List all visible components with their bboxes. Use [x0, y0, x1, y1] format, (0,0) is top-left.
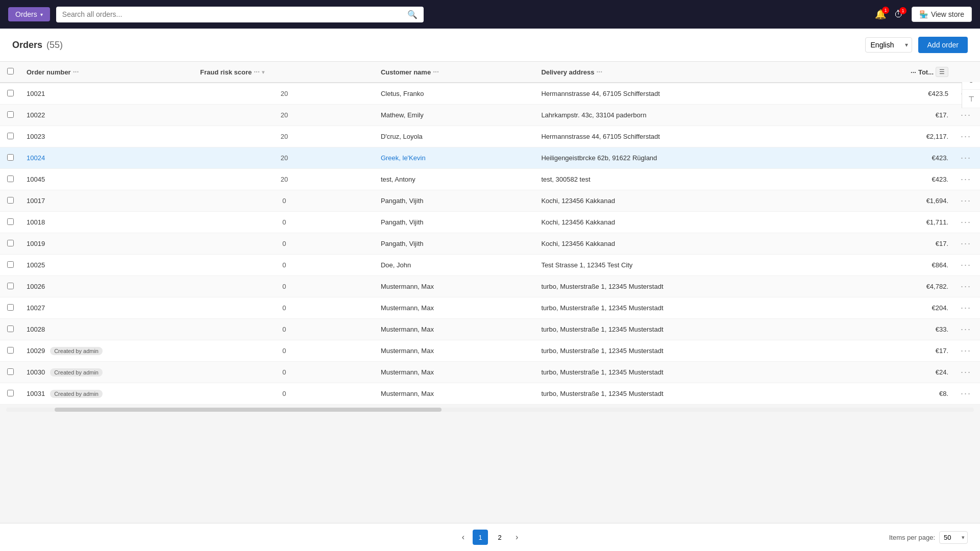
filter-icon: ⊤ [968, 95, 974, 103]
order-number-text: 10031 [27, 390, 45, 397]
row-actions-btn[interactable]: ··· [961, 217, 971, 228]
row-customer-name: Pangath, Vijith [375, 190, 535, 212]
row-order-number: 10024 [20, 147, 194, 169]
row-actions-cell: ··· [954, 190, 980, 212]
col-menu-btn[interactable]: ☰ [936, 67, 948, 77]
row-customer-name: Mustermann, Max [375, 319, 535, 340]
table-row: 100190Pangath, VijithKochi, 123456 Kakka… [0, 233, 980, 255]
row-actions-btn[interactable]: ··· [961, 110, 971, 120]
row-checkbox[interactable] [7, 197, 14, 204]
row-order-number: 10021 [20, 83, 194, 105]
row-checkbox[interactable] [7, 133, 14, 139]
col-fraud-sort-icon[interactable]: ▾ [262, 69, 264, 75]
page-1-btn[interactable]: 1 [473, 530, 488, 545]
row-actions-btn[interactable]: ··· [961, 303, 971, 313]
order-number-link[interactable]: 10024 [27, 154, 45, 162]
page-header: Orders (55) English Deutsch Add order [0, 29, 980, 62]
row-actions-btn[interactable]: ··· [961, 238, 971, 249]
row-checkbox[interactable] [7, 261, 14, 268]
page-2-btn[interactable]: 2 [492, 530, 507, 545]
row-actions-cell: ··· [954, 340, 980, 362]
prev-page-btn[interactable]: ‹ [458, 531, 469, 544]
search-input[interactable] [62, 10, 403, 18]
row-customer-name: Mustermann, Max [375, 340, 535, 362]
h-scroll-track [0, 405, 980, 416]
row-checkbox[interactable] [7, 283, 14, 289]
search-icon[interactable]: 🔍 [407, 10, 418, 19]
notifications-btn[interactable]: 🔔 1 [875, 9, 886, 20]
timer-btn[interactable]: ⏱ 1 [894, 9, 903, 20]
row-delivery-address: turbo, Musterstraße 1, 12345 Musterstadt [535, 276, 856, 297]
row-actions-btn[interactable]: ··· [961, 345, 971, 356]
row-checkbox[interactable] [7, 176, 14, 182]
chevron-down-icon: ▾ [40, 12, 43, 17]
row-checkbox-cell [0, 126, 20, 147]
row-checkbox[interactable] [7, 218, 14, 225]
row-actions-btn[interactable]: ··· [961, 324, 971, 335]
row-checkbox[interactable] [7, 325, 14, 332]
row-customer-name: Doe, John [375, 255, 535, 276]
col-order-options-icon[interactable]: ··· [73, 68, 79, 76]
table-row: 100280Mustermann, Maxturbo, Musterstraße… [0, 319, 980, 340]
row-actions-cell: ··· [954, 319, 980, 340]
row-order-number: 10026 [20, 276, 194, 297]
order-number-text: 10017 [27, 197, 45, 205]
row-actions-btn[interactable]: ··· [961, 174, 971, 185]
row-checkbox[interactable] [7, 90, 14, 96]
select-all-checkbox[interactable] [7, 68, 14, 74]
row-checkbox-cell [0, 233, 20, 255]
row-delivery-address: turbo, Musterstraße 1, 12345 Musterstadt [535, 362, 856, 383]
order-number-text: 10027 [27, 304, 45, 312]
row-checkbox-cell [0, 297, 20, 319]
row-actions-btn[interactable]: ··· [961, 153, 971, 163]
row-customer-name: test, Antony [375, 169, 535, 190]
row-fraud-risk: 20 [194, 169, 375, 190]
row-total: €204. [856, 297, 954, 319]
row-customer-name: Mustermann, Max [375, 362, 535, 383]
col-fraud-options-icon[interactable]: ··· [254, 68, 260, 76]
top-right-actions: 🔔 1 ⏱ 1 🏪 View store [875, 7, 972, 22]
row-checkbox[interactable] [7, 154, 14, 161]
row-checkbox[interactable] [7, 304, 14, 311]
row-checkbox[interactable] [7, 368, 14, 375]
row-checkbox[interactable] [7, 111, 14, 118]
add-order-btn[interactable]: Add order [918, 37, 968, 53]
row-checkbox[interactable] [7, 240, 14, 246]
row-checkbox-cell [0, 147, 20, 169]
col-header-checkbox [0, 62, 20, 83]
row-fraud-risk: 0 [194, 319, 375, 340]
timer-badge: 1 [899, 7, 906, 14]
order-number-text: 10018 [27, 218, 45, 226]
row-total: €864. [856, 255, 954, 276]
row-customer-name: Mustermann, Max [375, 297, 535, 319]
row-actions-btn[interactable]: ··· [961, 131, 971, 142]
row-actions-btn[interactable]: ··· [961, 367, 971, 378]
row-actions-btn[interactable]: ··· [961, 388, 971, 399]
language-select[interactable]: English Deutsch [865, 37, 912, 53]
per-page-wrapper: 10 25 50 100 [939, 531, 968, 544]
orders-table-scroll[interactable]: Order number ··· Fraud risk score ··· ▾ [0, 62, 980, 511]
customer-name-link[interactable]: Greek, le'Kevin [381, 154, 426, 162]
filter-icon-btn[interactable]: ⊤ [962, 90, 980, 108]
order-number-text: 10026 [27, 283, 45, 290]
row-checkbox[interactable] [7, 347, 14, 354]
row-actions-btn[interactable]: ··· [961, 260, 971, 270]
row-actions-btn[interactable]: ··· [961, 281, 971, 292]
orders-dropdown-btn[interactable]: Orders ▾ [8, 7, 50, 21]
order-tag-badge: Created by admin [50, 368, 103, 377]
row-actions-cell: ··· [954, 255, 980, 276]
row-delivery-address: turbo, Musterstraße 1, 12345 Musterstadt [535, 319, 856, 340]
order-number-text: 10029 [27, 347, 45, 355]
view-store-btn[interactable]: 🏪 View store [912, 7, 972, 22]
row-checkbox-cell [0, 169, 20, 190]
order-tag-badge: Created by admin [50, 347, 103, 355]
col-customer-options-icon[interactable]: ··· [433, 68, 439, 76]
row-checkbox[interactable] [7, 390, 14, 396]
next-page-btn[interactable]: › [511, 531, 522, 544]
row-total: €24. [856, 362, 954, 383]
per-page-select[interactable]: 10 25 50 100 [939, 531, 968, 544]
row-actions-btn[interactable]: ··· [961, 195, 971, 206]
col-address-options-icon[interactable]: ··· [596, 68, 602, 76]
row-delivery-address: turbo, Musterstraße 1, 12345 Musterstadt [535, 297, 856, 319]
table-row: 10030Created by admin0Mustermann, Maxtur… [0, 362, 980, 383]
